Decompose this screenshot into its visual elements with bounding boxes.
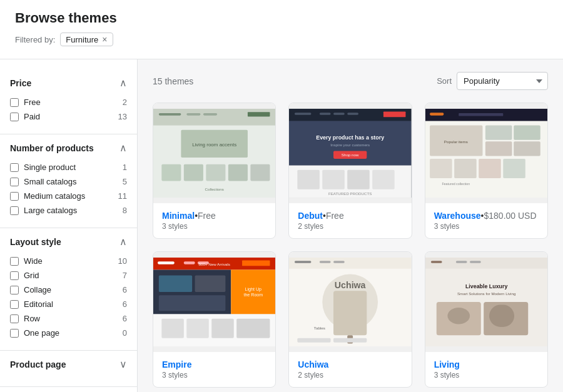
filter-item-count-layout-style-2: 6 [123,285,127,294]
svg-text:Featured collection: Featured collection [442,182,470,186]
theme-styles-empire: 3 styles [162,371,266,379]
theme-info-minimal: Minimal•Free 3 styles [153,203,275,238]
theme-price-debut: Free [326,211,344,221]
filter-item-label-layout-style-1: Grid [24,271,118,280]
sidebar-section-header-product-page[interactable]: Product page ∨ [10,358,127,370]
filter-checkbox-price-0[interactable] [10,98,19,107]
theme-name-row-warehouse: Warehouse•$180.00 USD [434,211,539,221]
svg-rect-10 [206,164,225,181]
svg-text:Every product has a story: Every product has a story [317,134,385,141]
page-title: Browse themes [15,10,548,26]
svg-rect-30 [373,170,395,189]
theme-card-minimal[interactable]: Living room accents Collections Minimal•… [153,103,276,239]
svg-rect-37 [485,126,512,140]
svg-rect-45 [503,159,525,178]
filter-checkbox-number-of-products-3[interactable] [10,206,19,215]
theme-styles-minimal: 3 styles [162,222,266,231]
svg-rect-55 [159,275,192,292]
svg-rect-62 [161,319,184,338]
filter-item-price-1: Paid 13 [10,109,127,124]
filter-checkbox-layout-style-2[interactable] [10,286,19,294]
svg-rect-63 [186,319,209,338]
theme-name-row-debut: Debut•Free [298,211,402,221]
sidebar: Price ∧ Free 2 Paid 13 Number of product… [0,59,138,392]
theme-card-living[interactable]: Liveable Luxury Smart Solutions for Mode… [425,251,548,388]
filter-item-count-price-0: 2 [123,98,127,107]
svg-rect-9 [184,164,203,181]
svg-text:Liveable Luxury: Liveable Luxury [465,283,508,289]
svg-rect-8 [161,164,181,181]
filter-item-number-of-products-1: Small catalogs 5 [10,174,127,189]
svg-rect-49 [158,261,175,264]
svg-rect-73 [333,291,367,335]
theme-name-warehouse[interactable]: Warehouse [434,211,481,221]
svg-rect-39 [514,126,540,140]
filter-checkbox-price-1[interactable] [10,113,19,121]
filter-checkbox-number-of-products-1[interactable] [10,178,19,186]
theme-card-warehouse[interactable]: Popular items Featured collection Wareho… [425,103,548,239]
svg-text:Inspire your customers: Inspire your customers [331,143,370,147]
filter-checkbox-layout-style-0[interactable] [10,257,19,266]
filter-tag-close[interactable]: × [102,34,107,44]
filter-checkbox-number-of-products-0[interactable] [10,163,19,172]
theme-info-living: Living 3 styles [425,352,547,387]
svg-rect-43 [454,159,477,178]
svg-rect-28 [323,170,345,189]
svg-rect-81 [455,261,467,263]
theme-card-uchiwa[interactable]: Uchiwa Tables Uchiwa 2 styles [288,251,412,388]
sidebar-section-header-layout-style[interactable]: Layout style ∧ [10,236,127,248]
theme-thumbnail-debut: Every product has a story Inspire your c… [289,103,411,203]
svg-rect-68 [295,261,312,263]
svg-rect-12 [250,164,270,181]
sidebar-section-header-number-of-products[interactable]: Number of products ∧ [10,142,127,154]
svg-rect-34 [430,113,444,115]
theme-info-debut: Debut•Free 2 styles [289,203,411,238]
filter-item-layout-style-5: One page 0 [10,326,127,340]
theme-name-living[interactable]: Living [434,359,460,369]
theme-price-warehouse: $180.00 USD [484,211,537,221]
filter-item-count-layout-style-4: 6 [123,314,127,323]
filter-item-label-number-of-products-3: Large catalogs [24,206,118,215]
filter-checkbox-layout-style-1[interactable] [10,271,19,280]
filter-item-number-of-products-3: Large catalogs 8 [10,203,127,218]
theme-name-row-minimal: Minimal•Free [162,211,266,221]
filter-item-layout-style-4: Row 6 [10,311,127,326]
filter-item-count-number-of-products-3: 8 [123,206,127,215]
filter-tag[interactable]: Furniture × [60,33,113,46]
sidebar-section-price: Price ∧ Free 2 Paid 13 [0,69,137,134]
svg-rect-69 [320,261,331,263]
filter-item-label-layout-style-4: Row [24,314,118,323]
svg-rect-38 [485,141,512,156]
theme-name-debut[interactable]: Debut [298,211,323,221]
filter-item-label-number-of-products-1: Small catalogs [24,177,118,186]
svg-text:the Room: the Room [243,293,263,298]
sidebar-section-header-price[interactable]: Price ∧ [10,77,127,89]
svg-text:FEATURED PRODUCTS: FEATURED PRODUCTS [328,191,372,196]
theme-card-empire[interactable]: 800+ New Arrivals Light Up the Room Empi… [153,251,276,388]
theme-card-debut[interactable]: Every product has a story Inspire your c… [288,103,412,239]
filter-item-count-layout-style-0: 10 [118,256,127,266]
sidebar-section-title-layout-style: Layout style [10,237,61,247]
svg-rect-5 [248,112,270,116]
theme-name-minimal[interactable]: Minimal [162,211,195,221]
svg-rect-76 [298,338,331,343]
svg-rect-88 [489,304,514,327]
filter-checkbox-layout-style-3[interactable] [10,300,19,309]
svg-rect-11 [228,164,248,181]
sidebar-section-layout-style: Layout style ∧ Wide 10 Grid 7 Collage 6 … [0,228,137,351]
theme-name-uchiwa[interactable]: Uchiwa [298,359,328,369]
svg-rect-40 [514,141,540,156]
filter-item-count-price-1: 13 [118,112,127,121]
svg-rect-70 [333,261,345,263]
filter-checkbox-layout-style-4[interactable] [10,314,19,323]
svg-text:Shop now: Shop now [342,153,359,157]
filter-checkbox-number-of-products-2[interactable] [10,192,19,201]
filter-checkbox-layout-style-5[interactable] [10,329,19,338]
chevron-layout-style-icon: ∧ [119,236,127,248]
svg-rect-35 [459,113,503,116]
svg-rect-79 [425,258,547,269]
sort-select[interactable]: Popularity Price: Low to High Price: Hig… [457,72,548,90]
theme-name-empire[interactable]: Empire [162,359,191,369]
filter-item-layout-style-0: Wide 10 [10,254,127,268]
svg-rect-67 [289,258,411,269]
